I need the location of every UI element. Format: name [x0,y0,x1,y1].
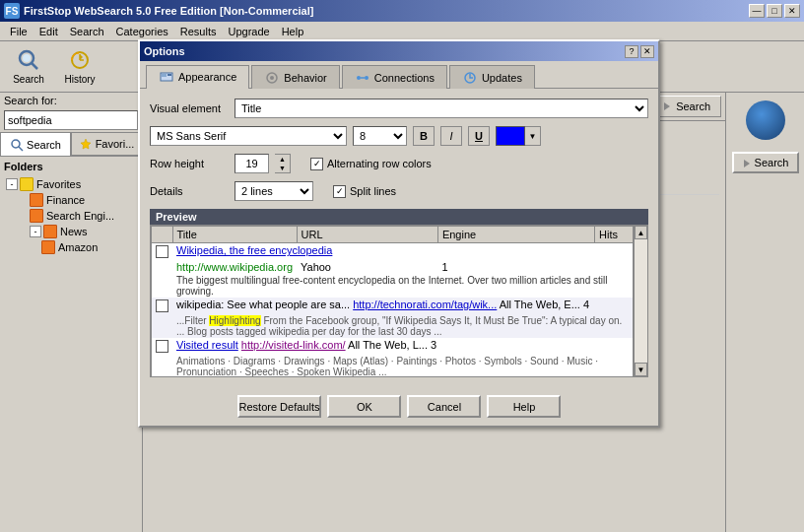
row3-title-cell: Visited result http://visited-link.com/ … [172,338,595,355]
preview-row-1: Wikipedia, the free encyclopedia [152,243,634,261]
preview-row-2: wikipedia: See what people are sa... htt… [152,298,634,314]
alternating-row-checkbox-row: Alternating row colors [310,158,432,170]
visual-element-label: Visual element [150,102,229,114]
details-label: Details [150,185,229,197]
preview-row-1-desc: The biggest multilingual free-content en… [152,274,634,298]
appearance-icon [159,69,174,85]
preview-header: Preview [150,209,648,225]
dialog-close-button[interactable]: ✕ [640,45,654,58]
scroll-up[interactable]: ▲ [635,226,647,239]
svg-point-18 [365,76,368,80]
preview-table-inner: Title URL Engine Hits [151,226,634,376]
restore-defaults-button[interactable]: Restore Defaults [237,395,322,418]
row3-hits-inline: 3 [431,339,436,351]
size-select[interactable]: 8 9 10 12 [353,126,407,146]
preview-table-wrapper: Title URL Engine Hits [150,225,648,377]
dialog-title-bar: Options ? ✕ [140,41,658,61]
row3-description: Animations · Diagrams · Drawings · Maps … [172,355,634,376]
row3-engine-inline: All The Web, L... [348,339,428,351]
bold-button[interactable]: B [413,126,435,146]
options-row: Row height ▲ ▼ Alternating row colors [150,154,648,173]
preview-scrollbar[interactable]: ▲ ▼ [634,226,647,376]
row1-engine: Yahoo [297,260,437,274]
preview-row-3-desc: Animations · Diagrams · Drawings · Maps … [152,355,634,376]
alternating-rows-label: Alternating row colors [327,158,432,169]
col-check [152,227,173,243]
row3-check [152,338,173,355]
behavior-icon [264,70,280,86]
options-dialog: Options ? ✕ Appearance [138,39,660,428]
col-hits: Hits [595,227,634,243]
font-select[interactable]: MS Sans Serif [150,126,347,146]
tab-updates[interactable]: Updates [449,65,535,89]
details-row-container: Details 1 line 2 lines 3 lines Split lin… [150,181,648,201]
split-lines-label: Split lines [350,185,396,197]
svg-rect-13 [162,74,167,77]
preview-table: Title URL Engine Hits [151,226,634,376]
preview-row-1-detail: http://www.wikipedia.org Yahoo 1 [152,260,634,274]
row1-hits [595,243,634,261]
spinner-down[interactable]: ▼ [275,164,290,172]
dialog-overlay: Options ? ✕ Appearance [0,0,804,532]
updates-icon [462,70,478,86]
row2-description: ...Filter Highlighting From the Facebook… [172,314,634,338]
svg-rect-14 [168,74,171,76]
row1-url-link[interactable]: http://www.wikipedia.org [176,261,293,273]
cancel-button[interactable]: Cancel [407,395,481,418]
help-dialog-button[interactable]: Help [487,395,561,418]
row2-hits-inline: 4 [583,299,589,310]
color-picker-container: ▼ [496,126,541,146]
split-lines-checkbox-row: Split lines [333,185,396,198]
row1-url: http://www.wikipedia.org [172,260,297,274]
font-row: MS Sans Serif 8 9 10 12 B I U ▼ [150,126,648,146]
row2-title-cell: wikipedia: See what people are sa... htt… [172,298,595,314]
col-engine: Engine [437,227,594,243]
alternating-rows-checkbox[interactable] [310,158,323,170]
preview-section: Preview Title URL Engine Hits [150,209,648,377]
ok-button[interactable]: OK [327,395,401,418]
tab-behavior[interactable]: Behavior [251,65,339,89]
row1-hits-val: 1 [437,260,594,274]
row2-engine-inline: All The Web, E... [500,299,580,310]
connections-icon [355,70,370,86]
scroll-down[interactable]: ▼ [635,363,647,376]
dialog-help-button[interactable]: ? [625,45,638,58]
dialog-tabs: Appearance Behavior [140,61,658,88]
highlight-text: Highlighting [209,315,260,326]
row-height-row: Row height ▲ ▼ [150,154,291,173]
row1-title-cell: Wikipedia, the free encyclopedia [172,243,595,261]
split-lines-checkbox[interactable] [333,185,346,198]
dialog-buttons: Restore Defaults OK Cancel Help [140,387,658,426]
spinner-up[interactable]: ▲ [275,155,290,164]
tab-connections[interactable]: Connections [342,65,447,89]
row1-check [152,243,173,261]
row2-check [152,298,173,314]
italic-button[interactable]: I [440,126,462,146]
row2-checkbox[interactable] [156,299,168,312]
row3-title-link[interactable]: Visited result [176,339,238,351]
row3-checkbox[interactable] [156,340,168,353]
svg-point-17 [357,76,361,80]
row-height-label: Row height [150,158,229,169]
underline-button[interactable]: U [468,126,490,146]
row1-checkbox[interactable] [156,245,168,258]
row1-title-link[interactable]: Wikipedia, the free encyclopedia [176,244,332,256]
preview-row-3: Visited result http://visited-link.com/ … [152,338,634,355]
col-url: URL [297,227,437,243]
tab-appearance[interactable]: Appearance [146,65,249,89]
row-height-input[interactable] [234,154,269,173]
row1-description: The biggest multilingual free-content en… [172,274,634,298]
dialog-title: Options [144,45,623,57]
color-swatch[interactable] [496,126,525,146]
col-title: Title [172,227,297,243]
color-picker-button[interactable]: ▼ [525,126,541,146]
row2-url-inline[interactable]: http://technorati.com/tag/wik... [353,299,497,310]
row3-url-inline[interactable]: http://visited-link.com/ [241,339,346,351]
row2-title: wikipedia: See what people are sa... [176,299,350,310]
visual-element-select[interactable]: Title URL Engine Hits Details [234,99,648,118]
visual-element-row: Visual element Title URL Engine Hits Det… [150,99,648,118]
preview-row-2-desc: ...Filter Highlighting From the Facebook… [152,314,634,338]
scroll-track [635,239,647,363]
spinner-button[interactable]: ▲ ▼ [275,154,291,173]
details-select[interactable]: 1 line 2 lines 3 lines [234,181,313,201]
